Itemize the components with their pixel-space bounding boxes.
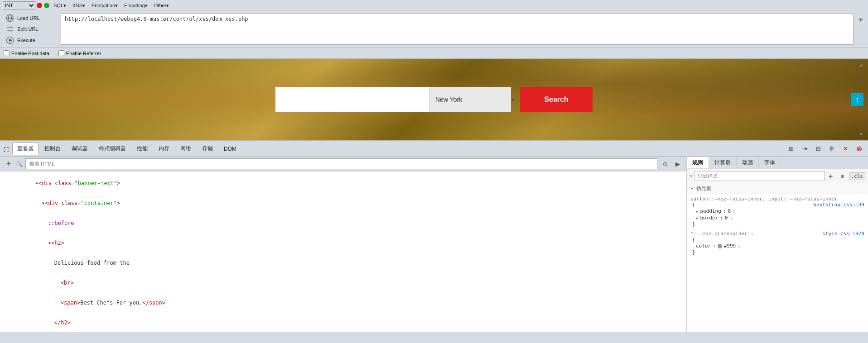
plus-label: + (858, 15, 863, 25)
html-line[interactable]: ::before (0, 213, 686, 233)
css-rule-brace-close-1: } (690, 221, 864, 227)
css-cls-button[interactable]: .cls (849, 172, 866, 180)
step-over-icon[interactable]: ⇥ (799, 143, 810, 154)
location-dropdown-wrapper: New York Los Angeles Chicago (429, 87, 520, 112)
triangle-icon[interactable]: ▾ (35, 180, 39, 186)
css-selector-1: button::-moz-focus-inner, input::-moz-fo… (690, 196, 864, 202)
enable-post-label[interactable]: Enable Post data (4, 50, 49, 56)
layout-icon[interactable]: ⊞ (786, 143, 796, 154)
plus-button[interactable]: + (855, 12, 866, 47)
css-new-rule-icon[interactable]: ⊞ (837, 171, 848, 181)
html-content: ▾<div class="banner-text"> ▾<div class="… (0, 172, 686, 332)
tab-style-editor[interactable]: 样式编辑器 (94, 143, 131, 155)
split-url-button[interactable]: Split URL (4, 24, 59, 34)
tab-storage[interactable]: 存储 (197, 143, 218, 155)
search-button[interactable]: Search (520, 87, 593, 112)
scroll-up-button[interactable]: ↑ (851, 93, 863, 106)
css-prop-padding: ▶ padding : 0 ; (690, 208, 864, 214)
html-line[interactable]: ▾<h2> (0, 233, 686, 253)
css-filter-bar: ▽ + ⊞ .cls (687, 169, 868, 183)
css-prop-triangle[interactable]: ▶ (696, 209, 698, 214)
triangle-icon[interactable]: ▾ (42, 200, 45, 206)
menu-encoding[interactable]: Encoding▾ (121, 2, 150, 10)
tab-dom[interactable]: DOM (219, 143, 241, 154)
tab-memory[interactable]: 内存 (154, 143, 174, 155)
close-btn2[interactable]: ⊗ (854, 143, 864, 154)
css-tab-animations[interactable]: 动画 (737, 157, 759, 168)
css-tab-rules[interactable]: 规则 (687, 157, 709, 168)
actions-bar: Load URL Split URL Execu (0, 11, 868, 48)
css-prop-triangle[interactable]: ▶ (696, 216, 698, 220)
html-line[interactable]: </h2> (0, 313, 686, 332)
css-tab-computed[interactable]: 计算后 (709, 157, 737, 168)
play-icon[interactable]: ▶ (673, 159, 683, 169)
dock-icon[interactable]: ⊟ (813, 143, 824, 154)
add-node-button[interactable]: + (4, 159, 14, 169)
pseudo-section: ▾ 伪元素 (687, 183, 868, 194)
css-checkbox-icon[interactable]: ☐ (750, 231, 753, 236)
menu-sql[interactable]: SQL▾ (51, 2, 69, 10)
html-line[interactable]: ▾<div class="container"> (0, 193, 686, 213)
css-prop-border: ▶ border : 0 ; (690, 214, 864, 221)
url-area: http://localhost/webug4.0-master/control… (61, 12, 855, 47)
arrow-up-icon: ↑ (855, 95, 859, 104)
css-rule-2: *::-moz-placeholder ☐ style.css:1970 { c… (690, 231, 864, 255)
inspector-cursor-icon[interactable]: ⬚ (4, 145, 10, 152)
search-widget: New York Los Angeles Chicago Search (275, 87, 593, 112)
svg-marker-4 (9, 38, 12, 42)
html-panel: + 🔍 ⊙ ▶ ▾<div class="banner-text"> ▾<div… (0, 157, 687, 332)
html-line[interactable]: <br> (0, 273, 686, 293)
split-url-icon (5, 24, 14, 33)
go-button[interactable] (44, 3, 49, 8)
enable-referrer-checkbox[interactable] (58, 50, 64, 56)
tab-performance[interactable]: 性能 (132, 143, 153, 155)
html-panel-header: + 🔍 ⊙ ▶ (0, 157, 686, 172)
int-select[interactable]: INT (3, 1, 35, 10)
left-actions: Load URL Split URL Execu (2, 12, 61, 47)
execute-icon (5, 36, 14, 45)
load-url-button[interactable]: Load URL (4, 13, 59, 24)
menu-encryption[interactable]: Encryption▾ (89, 2, 121, 10)
settings-icon[interactable]: ⚙ (826, 143, 837, 154)
url-input[interactable]: http://localhost/webug4.0-master/control… (61, 14, 854, 45)
enable-post-checkbox[interactable] (4, 50, 10, 56)
devtools-bar: ⬚ 查看器 控制台 调试器 样式编辑器 性能 内存 网络 存储 DOM ⊞ ⇥ … (0, 140, 868, 157)
css-tab-fonts[interactable]: 字体 (759, 157, 781, 168)
html-line[interactable]: ▾<div class="banner-text"> (0, 173, 686, 193)
execute-button[interactable]: Execute (4, 35, 59, 46)
tab-inspector[interactable]: 查看器 (12, 143, 39, 155)
html-line[interactable]: <span>Best Chefs For you.</span> (0, 293, 686, 313)
tab-debugger[interactable]: 调试器 (67, 143, 93, 155)
pseudo-label: ▾ (690, 186, 696, 191)
scroll-up-indicator: ▲ (859, 62, 863, 67)
stop-button[interactable] (37, 3, 42, 8)
execute-label: Execute (17, 38, 35, 43)
pseudo-text: 伪元素 (696, 186, 711, 191)
enable-referrer-label[interactable]: Enable Referrer (58, 50, 101, 56)
load-url-icon (5, 14, 14, 23)
split-url-label: Split URL (17, 26, 38, 32)
search-text-input[interactable] (275, 87, 429, 112)
tab-console[interactable]: 控制台 (39, 143, 66, 155)
css-panel: 规则 计算后 动画 字体 ▽ + ⊞ .cls ▾ 伪元素 button::-m… (687, 157, 868, 332)
css-filter-input[interactable] (694, 171, 825, 181)
css-source-link-1[interactable]: bootstrap.css:139 (813, 202, 864, 208)
menu-other[interactable]: Other▾ (151, 2, 172, 10)
filter-icon: ▽ (690, 173, 693, 179)
css-add-button[interactable]: + (826, 172, 835, 181)
tab-network[interactable]: 网络 (175, 143, 196, 155)
location-select[interactable]: New York Los Angeles Chicago (429, 87, 511, 112)
devtools-close-icon[interactable]: ✕ (840, 143, 851, 154)
load-url-label: Load URL (17, 15, 40, 21)
devtools-main: + 🔍 ⊙ ▶ ▾<div class="banner-text"> ▾<div… (0, 157, 868, 332)
pick-node-icon[interactable]: ⊙ (660, 159, 670, 169)
menu-xss[interactable]: XSS▾ (70, 2, 88, 10)
browser-preview: New York Los Angeles Chicago Search ▲ ↑ … (0, 59, 868, 140)
html-search-input[interactable] (25, 158, 657, 169)
triangle-icon[interactable]: ▾ (48, 240, 51, 246)
css-source-link-2[interactable]: style.css:1970 (822, 231, 864, 237)
css-rule-1: button::-moz-focus-inner, input::-moz-fo… (690, 196, 864, 227)
css-rules: button::-moz-focus-inner, input::-moz-fo… (687, 194, 868, 332)
html-line[interactable]: Delicious food from the (0, 253, 686, 273)
color-swatch[interactable] (718, 244, 722, 248)
